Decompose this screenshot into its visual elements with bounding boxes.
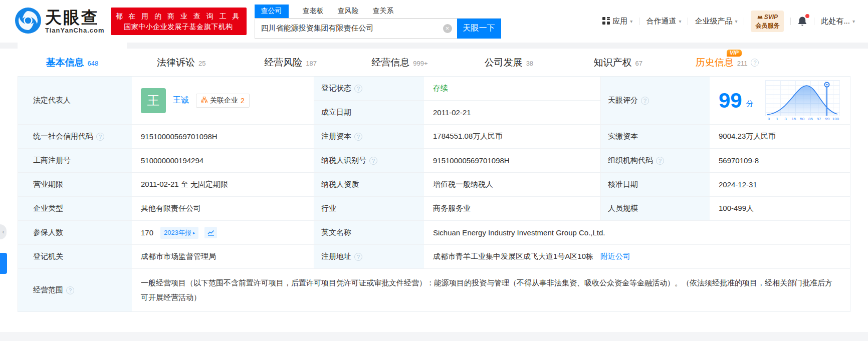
tab-basic-info[interactable]: 基本信息 648 — [18, 43, 127, 76]
business-scope-value: 一般经营项目（以下范围不含前置许可项目，后置许可项目凭许可证或审批文件经营）：能… — [132, 269, 850, 311]
help-icon[interactable]: ? — [96, 133, 104, 141]
reg-capital-value: 1784551.08万人民币 — [424, 125, 601, 149]
logo-eye-icon — [15, 8, 41, 36]
org-code-label: 组织机构代码 ? — [601, 149, 710, 173]
page-gap — [0, 43, 868, 49]
tab-company-development[interactable]: 公司发展 38 — [454, 49, 563, 76]
search-area: 查公司 查老板 查风险 查关系 × 天眼一下 — [255, 5, 501, 39]
vip-badge: VIP — [727, 50, 742, 57]
apps-grid-icon — [602, 17, 610, 26]
tab-intellectual-property[interactable]: 知识产权 67 — [563, 49, 673, 76]
side-float-widget[interactable] — [0, 253, 7, 274]
clear-icon[interactable]: × — [443, 24, 452, 33]
taxpayer-quality-value: 增值税一般纳税人 — [424, 173, 601, 197]
help-icon[interactable]: ? — [354, 85, 362, 93]
tab-history-info[interactable]: 历史信息 VIP 211 ? — [673, 49, 782, 76]
nav-apps[interactable]: 应用 ▾ — [602, 17, 632, 26]
section-tabs: 基本信息 648 法律诉讼 25 经营风险 187 经营信息 999+ 公司发展… — [18, 49, 782, 76]
tab-label: 基本信息 — [46, 56, 84, 69]
nav-enterprise[interactable]: 企业级产品 ▾ — [695, 17, 737, 26]
help-icon[interactable]: ? — [751, 59, 759, 67]
score-distribution-chart: 01 315 5085 9799 100 — [765, 80, 840, 121]
nav-apps-label: 应用 — [612, 17, 627, 26]
credit-code-value: 91510000569701098H — [132, 125, 314, 149]
reg-number-label: 工商注册号 — [18, 149, 132, 173]
taxpayer-quality-label: 纳税人资质 — [314, 173, 424, 197]
arrow-right-icon: ▸ — [193, 230, 195, 235]
tianyancha-logo[interactable]: 天眼查 TianYanCha.com — [15, 8, 105, 36]
search-button[interactable]: 天眼一下 — [457, 19, 501, 39]
legal-rep-name-link[interactable]: 王诚 — [173, 95, 189, 106]
staff-size-value: 100-499人 — [710, 197, 850, 221]
legal-rep-label: 法定代表人 — [18, 77, 132, 125]
est-date-value: 2011-02-21 — [424, 101, 601, 125]
reg-status-value: 存续 — [424, 77, 601, 101]
nav-separator — [639, 18, 639, 25]
search-tab-relation[interactable]: 查关系 — [373, 7, 394, 18]
search-tab-company[interactable]: 查公司 — [255, 5, 289, 18]
status-badge: 存续 — [433, 84, 448, 93]
tab-label: 法律诉讼 — [157, 56, 195, 69]
avatar[interactable]: 王 — [141, 88, 166, 113]
slogan-line-2: 国家中小企业发展子基金旗下机构 — [116, 22, 242, 32]
chevron-down-icon: ▾ — [735, 19, 737, 24]
tab-operation-risk[interactable]: 经营风险 187 — [236, 49, 345, 76]
tab-legal-litigation[interactable]: 法律诉讼 25 — [127, 49, 236, 76]
chart-plot-area — [765, 80, 840, 116]
legal-rep-value: 王 王诚 关联企业 2 — [132, 77, 314, 125]
tab-label: 公司发展 — [485, 56, 523, 69]
help-icon[interactable]: ? — [354, 253, 362, 261]
reg-address-text: 成都市青羊工业集中发展区成飞大道1号A区10栋 — [433, 252, 593, 261]
help-icon[interactable]: ? — [354, 133, 362, 141]
insured-value: 170 2023年报 ▸ — [132, 221, 314, 245]
score-number: 99 — [719, 90, 742, 111]
org-chart-icon — [201, 97, 207, 105]
sidebar-collapse-handle[interactable]: ‹ — [0, 224, 7, 239]
search-tab-risk[interactable]: 查风险 — [338, 7, 359, 18]
slogan-line-1: 都 在 用 的 商 业 查 询 工 具 — [116, 11, 242, 21]
notification-dot — [805, 14, 809, 18]
chart-x-axis-ticks: 01 315 5085 9799 100 — [765, 117, 840, 121]
search-tab-boss[interactable]: 查老板 — [303, 7, 324, 18]
business-scope-label: 经营范围 ? — [18, 269, 132, 311]
nearby-companies-link[interactable]: 附近公司 — [600, 252, 630, 261]
tab-count: 211 — [737, 60, 748, 67]
industry-label: 行业 — [314, 197, 424, 221]
brand-domain: TianYanCha.com — [45, 27, 105, 34]
org-code-value: 56970109-8 — [710, 149, 850, 173]
insured-number: 170 — [141, 228, 153, 237]
score-value: 99 分 01 — [710, 77, 850, 125]
tab-count: 648 — [88, 60, 99, 67]
business-term-label: 营业期限 — [18, 173, 132, 197]
annual-report-badge[interactable]: 2023年报 ▸ — [160, 227, 198, 239]
reg-authority-label: 登记机关 — [18, 245, 132, 269]
industry-value: 商务服务业 — [424, 197, 601, 221]
score-label: 天眼评分 ? — [601, 77, 710, 125]
help-icon[interactable]: ? — [641, 97, 649, 105]
svip-member-button[interactable]: SVIP 会员服务 — [751, 11, 784, 33]
search-input[interactable] — [255, 19, 457, 39]
nav-separator — [744, 18, 744, 25]
staff-size-label: 人员规模 — [601, 197, 710, 221]
nav-cooperation[interactable]: 合作通道 ▾ — [646, 17, 681, 26]
nav-separator — [790, 18, 791, 25]
trend-chart-button[interactable] — [204, 227, 217, 238]
approval-date-label: 核准日期 — [601, 173, 710, 197]
taxpayer-id-label: 纳税人识别号 ? — [314, 149, 424, 173]
help-icon[interactable]: ? — [369, 157, 377, 165]
nav-account-menu[interactable]: 此处有... ▾ — [821, 17, 855, 26]
reg-authority-value: 成都市市场监督管理局 — [132, 245, 314, 269]
help-icon[interactable]: ? — [656, 157, 664, 165]
notification-bell-button[interactable] — [797, 16, 807, 27]
tab-label: 知识产权 — [593, 56, 631, 69]
company-info-table: 法定代表人 王 王诚 关联企业 2 登记状态 ? 存续 成立日期 2011-02… — [18, 76, 850, 312]
reg-number-value: 510000000194294 — [132, 149, 314, 173]
search-tabs: 查公司 查老板 查风险 查关系 — [255, 5, 501, 19]
help-icon[interactable]: ? — [66, 286, 74, 294]
credit-code-label: 统一社会信用代码 ? — [18, 125, 132, 149]
tab-business-info[interactable]: 经营信息 999+ — [345, 49, 455, 76]
svip-sublabel: 会员服务 — [755, 22, 779, 29]
nav-cooperation-label: 合作通道 — [646, 17, 676, 26]
related-companies-badge[interactable]: 关联企业 2 — [196, 94, 250, 108]
english-name-value: Sichuan Energy Industry Investment Group… — [424, 221, 850, 245]
